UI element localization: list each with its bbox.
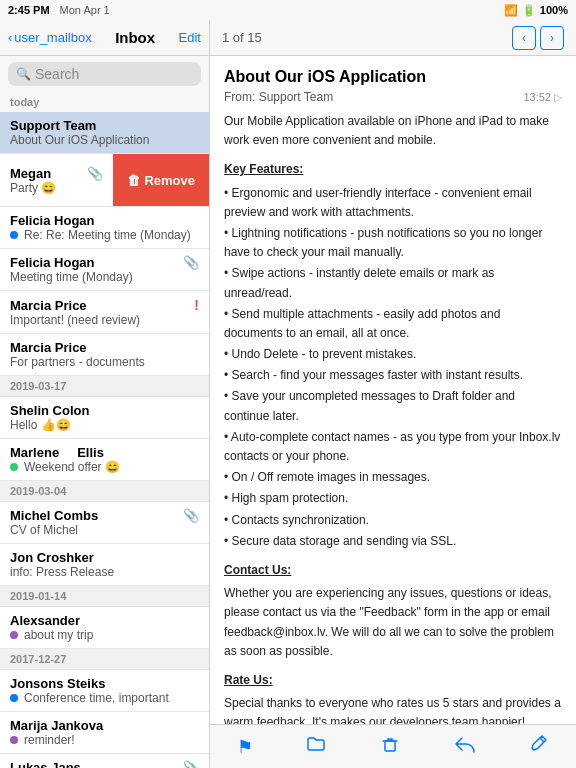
folder-button[interactable] xyxy=(296,730,336,763)
mail-sender: Support Team xyxy=(10,118,96,133)
prev-arrow[interactable]: ‹ xyxy=(512,26,536,50)
email-bullet: • Save your uncompleted messages to Draf… xyxy=(224,387,562,425)
mail-subject: info: Press Release xyxy=(10,565,114,579)
search-wrap[interactable]: 🔍 Search xyxy=(8,62,201,86)
mail-sender: Felicia Hogan xyxy=(10,213,199,228)
unread-dot xyxy=(10,231,18,239)
bottom-toolbar: ⚑ xyxy=(210,724,576,768)
mail-subject: About Our iOS Application xyxy=(10,133,149,147)
mail-sender: Jon Croshker xyxy=(10,550,199,565)
status-day: Mon Apr 1 xyxy=(60,4,110,16)
right-header: 1 of 15 ‹ › xyxy=(210,20,576,56)
mail-subject: Hello 👍😄 xyxy=(10,418,71,432)
main-container: ‹ user_mailbox Inbox Edit 🔍 Search today… xyxy=(0,20,576,768)
email-bullet: • Swipe actions - instantly delete email… xyxy=(224,264,562,302)
mail-subject: CV of Michel xyxy=(10,523,78,537)
mail-item[interactable]: Felicia Hogan Re: Re: Meeting time (Mond… xyxy=(0,207,209,249)
left-header: ‹ user_mailbox Inbox Edit xyxy=(0,20,209,56)
mail-sender: Jonsons Steiks xyxy=(10,676,199,691)
mail-item[interactable]: Support Team About Our iOS Application xyxy=(0,112,209,154)
forward-icon: ▷ xyxy=(554,91,562,103)
email-bullet: • Send multiple attachments - easily add… xyxy=(224,305,562,343)
email-time: 13:52 ▷ xyxy=(523,91,562,104)
email-bullet: • Contacts synchronization. xyxy=(224,511,562,530)
svg-rect-0 xyxy=(385,741,395,751)
nav-arrows: ‹ › xyxy=(512,26,564,50)
mail-sender: Felicia Hogan xyxy=(10,255,95,270)
unread-dot xyxy=(10,463,18,471)
remove-label: Remove xyxy=(144,173,195,188)
date-section: 2019-03-04 xyxy=(0,481,209,502)
email-bullet: • Ergonomic and user-friendly interface … xyxy=(224,184,562,222)
mail-subject: Important! (need review) xyxy=(10,313,140,327)
mail-item[interactable]: Marcia Price For partners - documents xyxy=(0,334,209,376)
status-bar: 2:45 PM Mon Apr 1 📶 🔋 100% xyxy=(0,0,576,20)
mail-item[interactable]: Felicia Hogan 📎 Meeting time (Monday) xyxy=(0,249,209,291)
email-section-title: Rate Us: xyxy=(224,671,562,690)
section-today: today xyxy=(0,92,209,112)
attachment-icon: 📎 xyxy=(87,166,103,181)
email-from-row: From: Support Team 13:52 ▷ xyxy=(224,90,562,104)
chevron-left-icon: ‹ xyxy=(8,30,12,45)
mail-item[interactable]: Michel Combs 📎 CV of Michel xyxy=(0,502,209,544)
mail-subject: For partners - documents xyxy=(10,355,145,369)
email-from: From: Support Team xyxy=(224,90,333,104)
mail-sender: Michel Combs xyxy=(10,508,98,523)
mail-item-swiped: Megan 📎 Party 😄 🗑 Remove xyxy=(0,154,209,207)
mail-item[interactable]: Lukas Jans 📎 Re: My new fotos from party… xyxy=(0,754,209,768)
search-bar: 🔍 Search xyxy=(0,56,209,92)
mail-list[interactable]: today Support Team About Our iOS Applica… xyxy=(0,92,209,768)
email-bullet: • On / Off remote images in messages. xyxy=(224,468,562,487)
trash-button[interactable] xyxy=(370,730,410,763)
status-right: 📶 🔋 100% xyxy=(504,4,568,17)
email-bullet: • High spam protection. xyxy=(224,489,562,508)
inbox-title: Inbox xyxy=(115,29,155,46)
battery-level: 100% xyxy=(540,4,568,16)
reply-button[interactable] xyxy=(444,730,486,763)
mail-subject: Meeting time (Monday) xyxy=(10,270,133,284)
mail-item-inner[interactable]: Megan 📎 Party 😄 xyxy=(0,160,113,201)
mail-item[interactable]: Jonsons Steiks Conference time, importan… xyxy=(0,670,209,712)
unread-dot xyxy=(10,736,18,744)
back-label: user_mailbox xyxy=(14,30,91,45)
status-left: 2:45 PM Mon Apr 1 xyxy=(8,4,110,16)
email-bullet: • Auto-complete contact names - as you t… xyxy=(224,428,562,466)
date-section: 2019-01-14 xyxy=(0,586,209,607)
mail-subject: Re: Re: Meeting time (Monday) xyxy=(24,228,191,242)
flag-button[interactable]: ⚑ xyxy=(227,732,263,762)
mail-item[interactable]: Marija Jankova reminder! xyxy=(0,712,209,754)
compose-button[interactable] xyxy=(519,730,559,763)
date-section: 2017-12-27 xyxy=(0,649,209,670)
right-panel: 1 of 15 ‹ › About Our iOS Application Fr… xyxy=(210,20,576,768)
mail-sender: Marlene Ellis xyxy=(10,445,199,460)
mail-item[interactable]: Marcia Price ! Important! (need review) xyxy=(0,291,209,334)
mail-sender: Shelin Colon xyxy=(10,403,199,418)
remove-button[interactable]: 🗑 Remove xyxy=(113,154,209,206)
mail-item[interactable]: Jon Croshker info: Press Release xyxy=(0,544,209,586)
email-bullet: • Undo Delete - to prevent mistakes. xyxy=(224,345,562,364)
attachment-icon: 📎 xyxy=(183,255,199,270)
page-indicator: 1 of 15 xyxy=(222,30,262,45)
edit-button[interactable]: Edit xyxy=(179,30,201,45)
search-input[interactable]: Search xyxy=(35,66,193,82)
attachment-icon: 📎 xyxy=(183,760,199,768)
email-body: Our Mobile Application available on iPho… xyxy=(224,112,562,724)
search-icon: 🔍 xyxy=(16,67,31,81)
mail-sender: Alexsander xyxy=(10,613,199,628)
mail-item[interactable]: Marlene Ellis Weekend offer 😄 xyxy=(0,439,209,481)
email-bullet: • Secure data storage and sending via SS… xyxy=(224,532,562,551)
mail-subject: Party 😄 xyxy=(10,181,56,195)
mail-sender: Megan xyxy=(10,166,51,181)
email-content: About Our iOS Application From: Support … xyxy=(210,56,576,724)
next-arrow[interactable]: › xyxy=(540,26,564,50)
mail-sender: Marija Jankova xyxy=(10,718,199,733)
unread-dot xyxy=(10,694,18,702)
back-button[interactable]: ‹ user_mailbox xyxy=(8,30,92,45)
left-panel: ‹ user_mailbox Inbox Edit 🔍 Search today… xyxy=(0,20,210,768)
email-bullet: • Search - find your messages faster wit… xyxy=(224,366,562,385)
mail-item[interactable]: Alexsander about my trip xyxy=(0,607,209,649)
email-para: Whether you are experiencing any issues,… xyxy=(224,584,562,661)
mail-item[interactable]: Shelin Colon Hello 👍😄 xyxy=(0,397,209,439)
email-para: Our Mobile Application available on iPho… xyxy=(224,112,562,150)
email-subject: About Our iOS Application xyxy=(224,68,562,86)
